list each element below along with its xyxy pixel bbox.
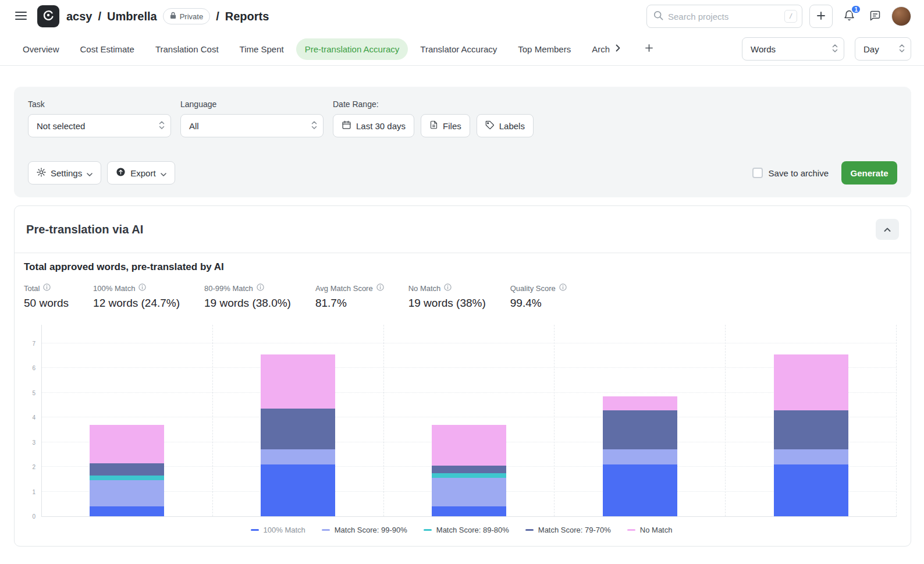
y-axis-tick-label: 0 [32,514,35,520]
chart-bar-group [384,325,555,516]
generate-button[interactable]: Generate [841,161,897,185]
stat-value: 19 words (38.0%) [204,297,291,310]
sort-chevrons-icon [159,120,165,132]
calendar-icon [342,120,351,132]
bar-segment[interactable] [603,410,677,450]
breadcrumb-project[interactable]: Umbrella [107,10,157,23]
search-projects-box[interactable]: / [646,5,802,28]
messages-button[interactable] [866,6,884,27]
info-icon[interactable] [559,283,567,293]
legend-item[interactable]: No Match [627,526,673,534]
period-select[interactable]: Day [855,37,911,61]
bar-segment[interactable] [774,354,848,410]
search-input[interactable] [668,12,780,22]
y-axis-tick-label: 6 [32,366,35,371]
legend-marker [251,529,259,531]
stacked-bar[interactable] [603,396,677,516]
legend-item[interactable]: Match Score: 99-90% [322,526,407,534]
chevron-right-icon [616,44,620,54]
user-avatar[interactable] [891,6,911,26]
settings-button[interactable]: Settings [28,161,101,185]
save-to-archive-toggle[interactable]: Save to archive [752,168,829,178]
gear-icon [37,168,46,179]
bar-segment[interactable] [774,410,848,450]
bar-segment[interactable] [261,409,335,449]
stacked-bar[interactable] [261,354,335,516]
bar-segment[interactable] [261,449,335,464]
breadcrumb-org[interactable]: acsy [66,10,93,23]
stacked-bar[interactable] [432,425,506,516]
bar-segment[interactable] [90,480,164,506]
language-filter-label: Language [180,100,324,109]
bar-segment[interactable] [774,464,848,516]
stat-value: 99.4% [510,297,567,310]
notifications-button[interactable]: 1 [840,6,859,27]
bar-segment[interactable] [90,425,164,463]
tab-translation-cost[interactable]: Translation Cost [147,38,228,60]
breadcrumb-separator: / [98,10,102,23]
bar-segment[interactable] [432,466,506,473]
collapse-card-button[interactable] [876,219,899,240]
date-range-button[interactable]: Last 30 days [333,114,414,137]
tab-top-members[interactable]: Top Members [509,38,580,60]
checkbox-icon[interactable] [752,168,763,178]
legend-label: Match Score: 99-90% [335,526,407,534]
tab-pre-translation-accuracy[interactable]: Pre-translation Accuracy [296,38,408,60]
bar-segment[interactable] [432,473,506,478]
bar-segment[interactable] [90,463,164,476]
bar-segment[interactable] [261,354,335,409]
tab-time-spent[interactable]: Time Spent [231,38,293,60]
legend-item[interactable]: 100% Match [251,526,305,534]
bar-segment[interactable] [432,478,506,506]
bar-segment[interactable] [603,396,677,410]
tab-archive[interactable]: Arch [583,38,610,60]
y-axis-tick-label: 3 [32,440,35,446]
add-report-tab-button[interactable] [641,40,657,58]
bar-segment[interactable] [90,506,164,516]
filters-row: Task Not selected Language All Date Rang… [28,100,897,137]
stat-label: Quality Score [510,284,556,293]
info-icon[interactable] [43,283,51,293]
bar-segment[interactable] [261,464,335,516]
labels-filter-button[interactable]: Labels [477,114,534,137]
stat-value: 19 words (38%) [408,297,486,310]
tabs-scroll-right-button[interactable] [612,41,624,57]
chart-bar-group [42,325,213,516]
info-icon[interactable] [257,283,264,293]
bar-segment[interactable] [603,464,677,516]
bar-segment[interactable] [603,449,677,464]
stacked-bar[interactable] [90,425,164,516]
tab-translator-accuracy[interactable]: Translator Accuracy [411,38,506,60]
files-filter-button[interactable]: Files [421,114,470,137]
pretranslation-report-card: Pre-translation via AI Total approved wo… [14,205,911,547]
legend-item[interactable]: Match Score: 79-70% [525,526,611,534]
caret-down-icon [161,168,166,178]
language-filter-group: Language All [180,100,324,137]
task-filter-select[interactable]: Not selected [28,114,171,137]
legend-item[interactable]: Match Score: 89-80% [424,526,509,534]
stacked-bar[interactable] [774,354,848,516]
bar-segment[interactable] [774,449,848,464]
stat-total: Total 50 words [24,283,69,310]
bar-segment[interactable] [432,506,506,516]
bar-segment[interactable] [90,476,164,481]
app-logo[interactable] [37,5,59,27]
chart-bars-area [42,325,897,516]
hamburger-menu-button[interactable] [12,8,30,26]
export-button[interactable]: Export [107,161,175,185]
tab-overview[interactable]: Overview [14,38,68,60]
info-icon[interactable] [376,283,384,293]
info-icon[interactable] [444,283,452,293]
legend-label: 100% Match [264,526,305,534]
create-new-button[interactable] [809,5,833,28]
date-range-value: Last 30 days [356,121,406,131]
info-icon[interactable] [138,283,146,293]
search-shortcut-hint: / [784,10,797,23]
bar-segment[interactable] [432,425,506,466]
logo-icon [42,9,55,24]
stat-value: 50 words [24,297,69,310]
unit-select[interactable]: Words [742,37,844,61]
language-filter-select[interactable]: All [180,114,324,137]
tab-cost-estimate[interactable]: Cost Estimate [72,38,143,60]
legend-marker [322,529,330,531]
